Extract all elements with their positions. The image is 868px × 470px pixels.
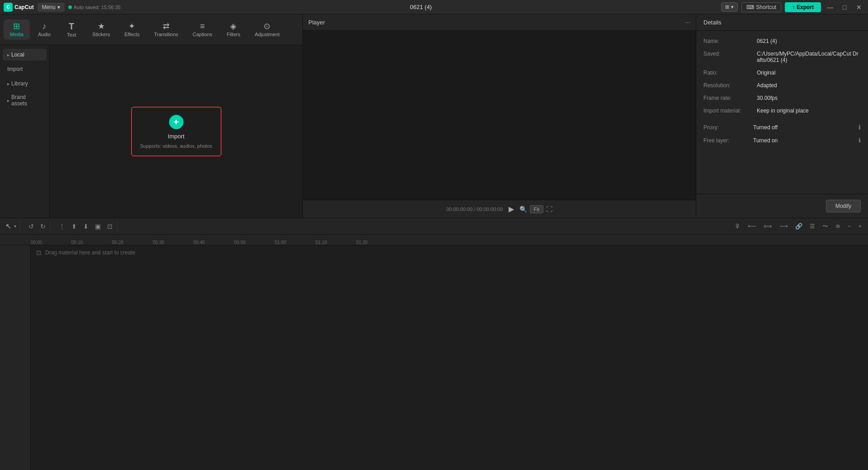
ruler-mark-30: 00:30: [153, 240, 193, 245]
waveform-button[interactable]: ≋: [833, 221, 843, 231]
link-button[interactable]: 🔗: [793, 221, 805, 231]
sidebar-item-library[interactable]: ▸ Library: [3, 78, 47, 89]
ruler-mark-100: 01:00: [275, 240, 316, 245]
details-body: Name: 0621 (4) Saved: C:/Users/MyPC/AppD…: [696, 31, 868, 194]
tool-filters-label: Filters: [226, 32, 240, 37]
stickers-icon: ★: [98, 22, 105, 30]
detail-row-resolution: Resolution: Adapted: [703, 82, 861, 89]
record-audio-button[interactable]: 🎙: [732, 221, 743, 231]
maximize-button[interactable]: □: [839, 2, 850, 13]
ruler-mark-10: 00:10: [71, 240, 112, 245]
split-button[interactable]: ⋮: [56, 221, 68, 232]
play-button[interactable]: ▶: [509, 205, 514, 213]
import-box[interactable]: + Import Supports: videos, audios, photo…: [131, 107, 222, 156]
fit-button[interactable]: Fit: [530, 205, 543, 213]
proxy-info-icon[interactable]: ℹ: [859, 124, 861, 131]
group-button[interactable]: ▣: [92, 221, 104, 232]
zoom-out-button[interactable]: −: [845, 221, 854, 231]
titlebar-left: C CapCut Menu ▾ Auto saved: 15:56:35: [4, 3, 121, 12]
text-icon: T: [69, 22, 74, 31]
ruler-mark-0: 00:00: [31, 240, 71, 245]
ruler-mark-120: 01:20: [356, 240, 397, 245]
timeline-fit-right-button[interactable]: ⟶: [777, 221, 791, 231]
shortcut-button[interactable]: ⌨ Shortcut: [741, 2, 781, 12]
details-panel: Details Name: 0621 (4) Saved: C:/Users/M…: [696, 14, 868, 218]
search-zoom-icon[interactable]: 🔍: [519, 206, 527, 213]
project-name: 0621 (4): [410, 4, 432, 10]
export-arrow-icon: ↑: [792, 4, 795, 10]
detail-row-ratio: Ratio: Original: [703, 70, 861, 76]
add-above-button[interactable]: ⬆: [69, 221, 80, 232]
fullscreen-icon[interactable]: ⛶: [546, 206, 552, 213]
filters-icon: ◈: [230, 22, 236, 30]
modify-button[interactable]: Modify: [826, 200, 861, 212]
library-arrow-icon: ▸: [7, 81, 9, 86]
autosave-status: Auto saved: 15:56:35: [68, 5, 121, 10]
tool-adjustment-label: Adjustment: [255, 32, 279, 37]
minimize-button[interactable]: —: [825, 2, 835, 13]
edit-tools-group: ⋮ ⬆ ⬇ ▣ ⊡: [54, 221, 118, 232]
undo-button[interactable]: ↺: [26, 221, 37, 232]
player-body: [303, 31, 696, 200]
tool-transitions[interactable]: ⇄ Transitions: [148, 19, 184, 40]
ruler-marks: 00:00 00:10 00:20 00:30 00:40 00:50 01:0…: [0, 235, 868, 245]
tool-captions-label: Captions: [193, 32, 212, 37]
timeline-tracks: ⊡ Drag material here and start to create: [0, 245, 868, 470]
grid-view-button[interactable]: ⊞ ▾: [721, 2, 738, 12]
export-label: Export: [797, 4, 814, 10]
curve-button[interactable]: 〜: [820, 221, 831, 232]
menu-chevron-icon: ▾: [57, 4, 60, 10]
zoom-in-button[interactable]: +: [855, 221, 864, 231]
tool-stickers[interactable]: ★ Stickers: [86, 19, 116, 40]
detail-row-saved: Saved: C:/Users/MyPC/AppData/Local/CapCu…: [703, 51, 861, 63]
timeline-toolbar: ↖ ▾ ↺ ↻ ⋮ ⬆ ⬇ ▣ ⊡ 🎙 ⟵ ⟺ ⟶ 🔗 ☰ 〜: [0, 218, 868, 235]
tool-media[interactable]: ⊞ Media: [4, 19, 30, 40]
details-title: Details: [703, 19, 722, 26]
timeline-fit-center-button[interactable]: ⟺: [761, 221, 775, 231]
detail-label-ratio: Ratio:: [703, 70, 753, 76]
grid-icon: ⊞: [725, 4, 729, 10]
tool-captions[interactable]: ≡ Captions: [186, 19, 218, 40]
ungroup-button[interactable]: ⊡: [104, 221, 115, 232]
detail-row-name: Name: 0621 (4): [703, 38, 861, 44]
top-section: ⊞ Media ♪ Audio T Text ★ Stickers ✦ Ef: [0, 14, 868, 218]
details-header: Details: [696, 14, 868, 31]
detail-row-framerate: Frame rate: 30.00fps: [703, 95, 861, 101]
menu-button[interactable]: Menu ▾: [38, 3, 65, 12]
sidebar-item-import[interactable]: Import: [3, 63, 47, 75]
detail-label-framerate: Frame rate:: [703, 95, 753, 101]
titlebar: C CapCut Menu ▾ Auto saved: 15:56:35 062…: [0, 0, 868, 14]
export-button[interactable]: ↑ Export: [785, 2, 821, 12]
app-body: ⊞ Media ♪ Audio T Text ★ Stickers ✦ Ef: [0, 14, 868, 470]
tool-adjustment[interactable]: ⊙ Adjustment: [248, 19, 286, 40]
sidebar-item-local[interactable]: ▸ Local: [3, 49, 47, 61]
selector-group: ↖ ▾: [4, 221, 20, 231]
effects-icon: ✦: [128, 22, 135, 30]
tool-filters[interactable]: ◈ Filters: [220, 19, 246, 40]
captions-icon: ≡: [200, 22, 205, 30]
selector-dropdown-icon[interactable]: ▾: [14, 224, 16, 229]
redo-button[interactable]: ↻: [38, 221, 48, 232]
detail-value-framerate: 30.00fps: [757, 95, 861, 101]
selector-arrow-button[interactable]: ↖: [4, 221, 13, 231]
import-box-sub: Supports: videos, audios, photos: [140, 143, 212, 149]
sidebar-item-brand-assets[interactable]: ▸ Brand assets: [3, 91, 47, 109]
tool-effects[interactable]: ✦ Effects: [118, 19, 146, 40]
details-footer: Modify: [696, 194, 868, 218]
timeline-fit-left-button[interactable]: ⟵: [745, 221, 759, 231]
ruler-mark-50: 00:50: [234, 240, 275, 245]
detail-value-resolution: Adapted: [757, 82, 861, 89]
subtitle-button[interactable]: ☰: [807, 221, 818, 231]
toolbar: ⊞ Media ♪ Audio T Text ★ Stickers ✦ Ef: [0, 14, 302, 45]
track-area: ⊡ Drag material here and start to create: [31, 245, 868, 470]
player-menu-icon[interactable]: ⋯: [685, 19, 690, 26]
tool-audio[interactable]: ♪ Audio: [32, 19, 57, 40]
drag-hint-text: Drag material here and start to create: [45, 249, 135, 256]
tool-text[interactable]: T Text: [59, 19, 84, 40]
free-layer-info-icon[interactable]: ℹ: [859, 137, 861, 144]
detail-label-import-material: Import material:: [703, 108, 753, 114]
ruler-mark-20: 00:20: [112, 240, 153, 245]
close-button[interactable]: ✕: [854, 2, 864, 13]
logo-icon: C: [4, 3, 13, 12]
add-below-button[interactable]: ⬇: [80, 221, 91, 232]
